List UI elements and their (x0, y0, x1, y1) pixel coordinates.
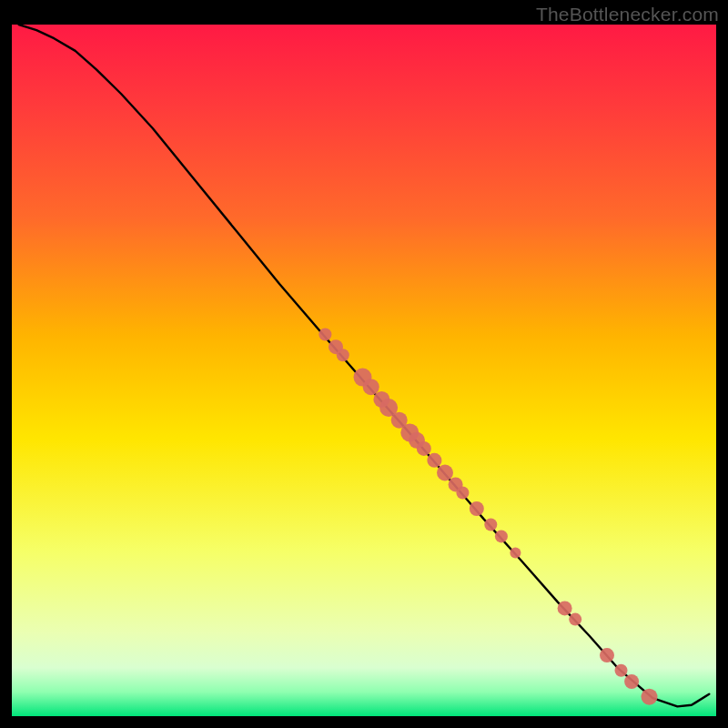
watermark-text: TheBottlenecker.com (536, 4, 719, 25)
data-point (558, 601, 572, 615)
data-point (569, 613, 581, 626)
chart-svg (0, 0, 728, 728)
data-point (510, 548, 521, 559)
data-point (495, 530, 508, 542)
data-point (318, 329, 331, 341)
data-point (484, 519, 497, 531)
data-point (470, 501, 484, 516)
data-point (456, 487, 469, 500)
data-point (363, 379, 379, 395)
data-point (615, 664, 628, 677)
chart-stage: TheBottlenecker.com (0, 0, 728, 728)
data-point (427, 453, 441, 468)
data-point (642, 689, 658, 705)
data-point (624, 674, 639, 689)
data-point (337, 349, 349, 361)
data-point (437, 465, 453, 481)
data-point (600, 648, 614, 662)
data-point (417, 441, 431, 456)
